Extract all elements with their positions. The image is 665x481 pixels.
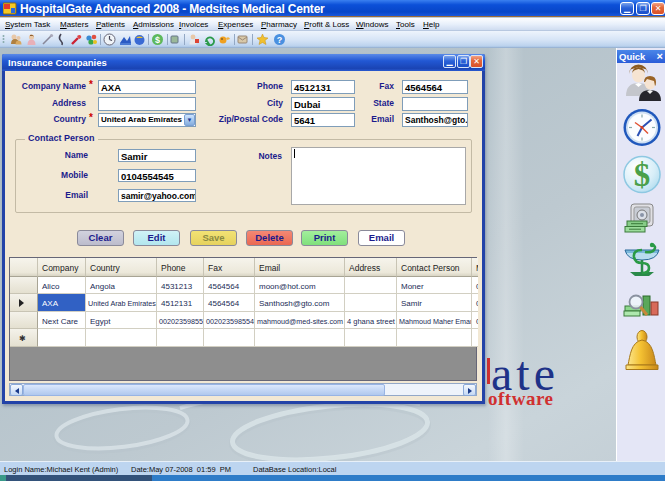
svg-text:$: $ [634, 157, 651, 193]
svg-text:$: $ [155, 35, 160, 45]
svg-text:?: ? [277, 35, 283, 45]
